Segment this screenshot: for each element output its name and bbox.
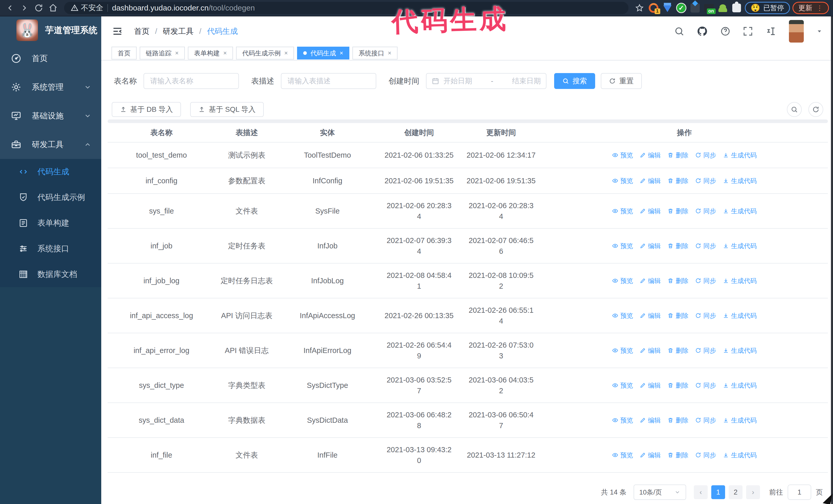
reload-icon[interactable] xyxy=(33,2,45,14)
extension-gem-icon[interactable] xyxy=(662,2,673,14)
tag-view-tab[interactable]: 系统接口 × xyxy=(352,47,398,59)
generate-code-link[interactable]: 生成代码 xyxy=(723,240,757,251)
extension-grid-icon[interactable] xyxy=(689,2,701,14)
generate-code-link[interactable]: 生成代码 xyxy=(723,310,757,321)
edit-link[interactable]: 编辑 xyxy=(640,450,661,460)
generate-code-link[interactable]: 生成代码 xyxy=(723,275,757,286)
breadcrumb-devtools[interactable]: 研发工具 xyxy=(163,26,193,37)
close-icon[interactable]: × xyxy=(223,49,227,57)
generate-code-link[interactable]: 生成代码 xyxy=(723,345,757,356)
edit-link[interactable]: 编辑 xyxy=(640,345,661,356)
sync-link[interactable]: 同步 xyxy=(695,150,716,161)
sync-link[interactable]: 同步 xyxy=(695,415,716,426)
sidebar-item-codegen[interactable]: 代码生成 xyxy=(0,159,101,185)
extension-orange-icon[interactable]: 1 xyxy=(648,2,659,14)
generate-code-link[interactable]: 生成代码 xyxy=(723,206,757,216)
end-date-placeholder[interactable]: 结束日期 xyxy=(512,76,541,86)
preview-link[interactable]: 预览 xyxy=(612,380,633,391)
help-icon[interactable] xyxy=(720,26,731,37)
edit-link[interactable]: 编辑 xyxy=(640,275,661,286)
preview-link[interactable]: 预览 xyxy=(612,310,633,321)
delete-link[interactable]: 删除 xyxy=(667,150,688,161)
extensions-puzzle-icon[interactable] xyxy=(731,2,742,14)
edit-link[interactable]: 编辑 xyxy=(640,415,661,426)
bookmark-star-icon[interactable] xyxy=(634,2,645,14)
import-db-button[interactable]: 基于 DB 导入 xyxy=(112,102,181,117)
edit-link[interactable]: 编辑 xyxy=(640,240,661,251)
sidebar-item-home[interactable]: 首页 xyxy=(0,44,101,73)
search-icon[interactable] xyxy=(674,26,684,37)
delete-link[interactable]: 删除 xyxy=(667,175,688,186)
extension-on-icon[interactable]: on xyxy=(703,2,715,14)
page-size-select[interactable]: 10条/页 xyxy=(634,484,686,500)
sync-link[interactable]: 同步 xyxy=(695,450,716,460)
preview-link[interactable]: 预览 xyxy=(612,240,633,251)
delete-link[interactable]: 删除 xyxy=(667,380,688,391)
sidebar-item-system[interactable]: 系统管理 xyxy=(0,73,101,101)
sidebar-item-codegen-example[interactable]: 代码生成示例 xyxy=(0,185,101,210)
edit-link[interactable]: 编辑 xyxy=(640,206,661,216)
caret-down-icon[interactable] xyxy=(816,28,823,34)
toggle-search-button[interactable] xyxy=(787,102,802,117)
close-icon[interactable]: × xyxy=(284,49,288,57)
sync-link[interactable]: 同步 xyxy=(695,175,716,186)
close-icon[interactable]: × xyxy=(388,49,391,57)
sync-link[interactable]: 同步 xyxy=(695,345,716,356)
sidebar-item-devtools[interactable]: 研发工具 xyxy=(0,130,101,159)
extension-check-icon[interactable]: ✓ xyxy=(675,2,687,14)
delete-link[interactable]: 删除 xyxy=(667,415,688,426)
close-icon[interactable]: × xyxy=(175,49,178,57)
collapse-sidebar-icon[interactable] xyxy=(112,25,123,37)
sync-link[interactable]: 同步 xyxy=(695,275,716,286)
sidebar-item-infra[interactable]: 基础设施 xyxy=(0,101,101,130)
font-size-icon[interactable] xyxy=(765,26,777,37)
start-date-placeholder[interactable]: 开始日期 xyxy=(444,76,472,86)
window-right-edge[interactable] xyxy=(831,17,833,504)
preview-link[interactable]: 预览 xyxy=(612,175,633,186)
logo-row[interactable]: 🐰 芋道管理系统 xyxy=(0,17,101,44)
tag-view-tab[interactable]: 首页 xyxy=(112,47,137,59)
address-bar[interactable]: 不安全 dashboard.yudao.iocoder.cn/tool/code… xyxy=(64,2,628,14)
generate-code-link[interactable]: 生成代码 xyxy=(723,380,757,391)
refresh-table-button[interactable] xyxy=(808,102,823,117)
reset-button[interactable]: 重置 xyxy=(601,73,642,89)
sidebar-item-form-builder[interactable]: 表单构建 xyxy=(0,210,101,236)
goto-page-input[interactable] xyxy=(788,484,811,500)
tag-view-tab[interactable]: 表单构建 × xyxy=(188,47,233,59)
preview-link[interactable]: 预览 xyxy=(612,150,633,161)
import-sql-button[interactable]: 基于 SQL 导入 xyxy=(190,102,264,117)
home-icon[interactable] xyxy=(47,2,59,14)
sync-link[interactable]: 同步 xyxy=(695,240,716,251)
delete-link[interactable]: 删除 xyxy=(667,206,688,216)
generate-code-link[interactable]: 生成代码 xyxy=(723,150,757,161)
delete-link[interactable]: 删除 xyxy=(667,310,688,321)
forward-icon[interactable] xyxy=(19,2,30,14)
breadcrumb-home[interactable]: 首页 xyxy=(134,26,149,37)
security-warning[interactable]: 不安全 xyxy=(71,3,103,13)
preview-link[interactable]: 预览 xyxy=(612,345,633,356)
tag-view-tab[interactable]: 代码生成 × xyxy=(297,47,349,59)
search-button[interactable]: 搜索 xyxy=(554,73,595,89)
close-icon[interactable]: × xyxy=(340,49,343,57)
tag-view-tab[interactable]: 代码生成示例 × xyxy=(236,47,294,59)
preview-link[interactable]: 预览 xyxy=(612,206,633,216)
delete-link[interactable]: 删除 xyxy=(667,275,688,286)
generate-code-link[interactable]: 生成代码 xyxy=(723,175,757,186)
tag-view-tab[interactable]: 链路追踪 × xyxy=(140,47,185,59)
delete-link[interactable]: 删除 xyxy=(667,345,688,356)
fullscreen-icon[interactable] xyxy=(743,26,753,37)
preview-link[interactable]: 预览 xyxy=(612,450,633,460)
preview-link[interactable]: 预览 xyxy=(612,275,633,286)
edit-link[interactable]: 编辑 xyxy=(640,380,661,391)
sync-link[interactable]: 同步 xyxy=(695,380,716,391)
sidebar-item-db-doc[interactable]: 数据库文档 xyxy=(0,262,101,287)
browser-menu-icon[interactable]: ⋮ xyxy=(816,6,823,10)
next-page-button[interactable]: › xyxy=(746,485,760,499)
edit-link[interactable]: 编辑 xyxy=(640,175,661,186)
page-button-1[interactable]: 1 xyxy=(711,485,725,499)
update-button[interactable]: 更新 ⋮ xyxy=(792,2,829,14)
sync-link[interactable]: 同步 xyxy=(695,206,716,216)
edit-link[interactable]: 编辑 xyxy=(640,310,661,321)
generate-code-link[interactable]: 生成代码 xyxy=(723,415,757,426)
date-range-picker[interactable]: 开始日期 - 结束日期 xyxy=(426,73,546,89)
